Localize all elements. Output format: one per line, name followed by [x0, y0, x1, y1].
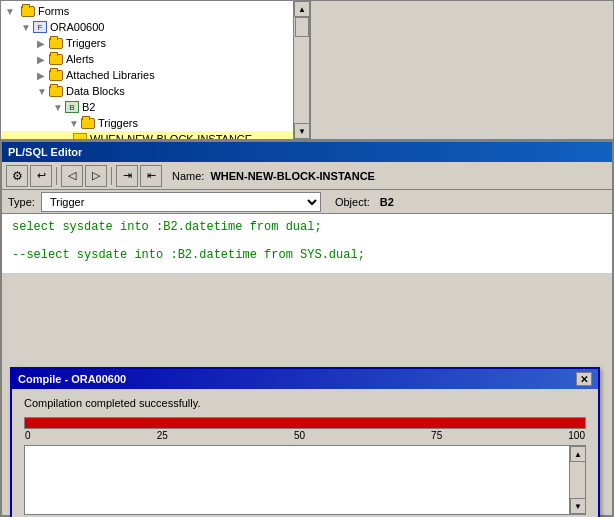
tree-item-attached-libs[interactable]: ▶ Attached Libraries — [1, 67, 293, 83]
editor-toolbar: ⚙ ↩ ◁ ▷ ⇥ ⇤ Name: WHEN-NEW-BLOCK-INSTANC… — [2, 162, 612, 190]
tree-item-triggers1[interactable]: ▶ Triggers — [1, 35, 293, 51]
right-panel — [310, 0, 614, 140]
compile-dialog: Compile - ORA00600 ✕ Compilation complet… — [10, 367, 600, 517]
dialog-title: Compile - ORA00600 — [18, 373, 126, 385]
editor-container: PL/SQL Editor ⚙ ↩ ◁ ▷ ⇥ ⇤ Name: WHEN-NEW… — [0, 140, 614, 517]
type-row: Type: Trigger Object: B2 — [2, 190, 612, 214]
folder-icon — [49, 54, 63, 65]
folder-icon — [81, 118, 95, 129]
editor-title: PL/SQL Editor — [8, 146, 82, 158]
indent-left-button[interactable]: ⇤ — [140, 165, 162, 187]
main-container: ▼ Forms ▼ F ORA00600 ▶ Triggers ▶ Alerts — [0, 0, 614, 517]
code-area[interactable]: select sysdate into :B2.datetime from du… — [2, 214, 612, 274]
redo-button[interactable]: ▷ — [85, 165, 107, 187]
tree-item-forms[interactable]: ▼ Forms — [1, 3, 293, 19]
folder-icon — [49, 38, 63, 49]
output-area[interactable]: ▲ ▼ — [24, 445, 586, 515]
toolbar-sep1 — [56, 167, 57, 185]
editor-titlebar: PL/SQL Editor — [2, 142, 612, 162]
scroll-down[interactable]: ▼ — [294, 123, 310, 139]
revert-button[interactable]: ↩ — [30, 165, 52, 187]
code-line-1: select sysdate into :B2.datetime from du… — [12, 220, 602, 234]
folder-icon — [21, 6, 35, 17]
name-value: WHEN-NEW-BLOCK-INSTANCE — [210, 170, 375, 182]
progress-bar-inner — [25, 418, 585, 428]
tree-item-b2[interactable]: ▼ B B2 — [1, 99, 293, 115]
tree-item-wnbi[interactable]: ⚡ WHEN-NEW-BLOCK-INSTANCE — [1, 131, 293, 140]
name-label: Name: — [172, 170, 204, 182]
progress-container: 0 25 50 75 100 — [24, 417, 586, 441]
tree-scrollbar[interactable]: ▲ ▼ — [293, 1, 309, 139]
output-scroll-up[interactable]: ▲ — [570, 446, 586, 462]
toolbar-sep2 — [111, 167, 112, 185]
progress-label-0: 0 — [25, 430, 31, 441]
lightning-icon: ⚡ — [73, 133, 87, 140]
dialog-close-button[interactable]: ✕ — [576, 372, 592, 386]
type-label: Type: — [8, 196, 35, 208]
type-select[interactable]: Trigger — [41, 192, 321, 212]
compile-status: Compilation completed successfully. — [24, 397, 586, 409]
scroll-thumb[interactable] — [295, 17, 309, 37]
code-line-3: --select sysdate into :B2.datetime from … — [12, 248, 602, 262]
progress-label-75: 75 — [431, 430, 442, 441]
tree-content: ▼ Forms ▼ F ORA00600 ▶ Triggers ▶ Alerts — [1, 1, 293, 140]
tree-panel: ▼ Forms ▼ F ORA00600 ▶ Triggers ▶ Alerts — [0, 0, 310, 140]
progress-label-25: 25 — [157, 430, 168, 441]
folder-icon — [49, 70, 63, 81]
progress-label-50: 50 — [294, 430, 305, 441]
block-icon: B — [65, 101, 79, 113]
object-label: Object: — [335, 196, 370, 208]
dialog-titlebar: Compile - ORA00600 ✕ — [12, 369, 598, 389]
tree-item-ora00600[interactable]: ▼ F ORA00600 — [1, 19, 293, 35]
tree-item-alerts[interactable]: ▶ Alerts — [1, 51, 293, 67]
object-value: B2 — [380, 196, 394, 208]
output-scrollbar[interactable]: ▲ ▼ — [569, 446, 585, 514]
compile-button[interactable]: ⚙ — [6, 165, 28, 187]
output-scroll-down[interactable]: ▼ — [570, 498, 586, 514]
indent-right-button[interactable]: ⇥ — [116, 165, 138, 187]
scroll-up[interactable]: ▲ — [294, 1, 310, 17]
code-line-2 — [12, 234, 602, 248]
undo-button[interactable]: ◁ — [61, 165, 83, 187]
progress-labels: 0 25 50 75 100 — [24, 430, 586, 441]
form-icon: F — [33, 21, 47, 33]
dialog-body: Compilation completed successfully. 0 25… — [12, 389, 598, 517]
tree-item-triggers2[interactable]: ▼ Triggers — [1, 115, 293, 131]
progress-bar-outer — [24, 417, 586, 429]
folder-icon — [49, 86, 63, 97]
tree-item-data-blocks[interactable]: ▼ Data Blocks — [1, 83, 293, 99]
progress-label-100: 100 — [568, 430, 585, 441]
